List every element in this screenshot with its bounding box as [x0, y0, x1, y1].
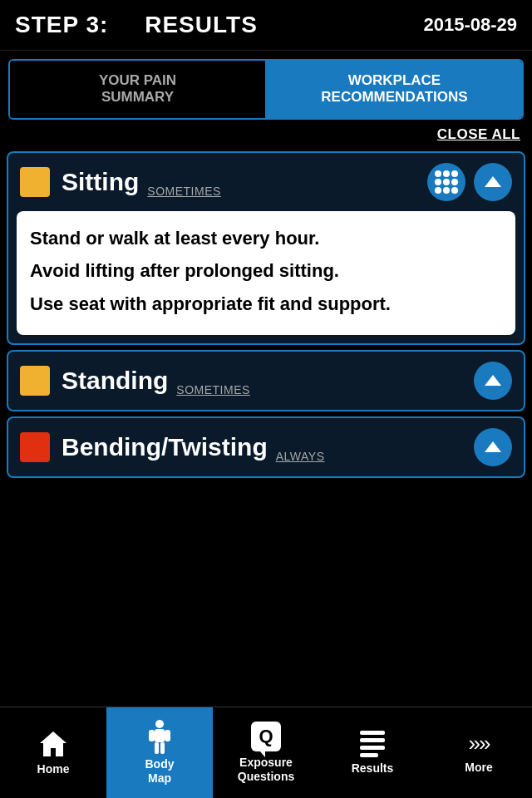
section-sitting: Sitting SOMETIMES Stand or walk at least… — [7, 151, 525, 345]
close-all-button[interactable]: CLOSE ALL — [437, 126, 520, 142]
chevron-up-icon — [485, 441, 501, 452]
bending-title: Bending/Twisting — [62, 433, 268, 461]
nav-home-label: Home — [37, 762, 70, 776]
sitting-rec-1: Stand or walk at least every hour. — [30, 226, 502, 251]
results-label: RESULTS — [145, 12, 258, 37]
nav-exposure-questions[interactable]: Q ExposureQuestions — [213, 707, 319, 798]
sitting-dot-grid-button[interactable] — [427, 163, 466, 201]
sitting-collapse-button[interactable] — [474, 163, 512, 201]
sitting-frequency: SOMETIMES — [147, 185, 221, 198]
svg-rect-3 — [149, 730, 155, 741]
dot-grid-icon — [435, 170, 458, 194]
header-title: STEP 3: RESULTS — [15, 12, 258, 38]
svg-rect-2 — [155, 729, 165, 742]
standing-frequency: SOMETIMES — [176, 383, 250, 397]
sitting-title: Sitting — [62, 168, 139, 196]
standing-color-box — [20, 366, 50, 396]
sitting-rec-2: Avoid lifting after prolonged sitting. — [30, 259, 502, 283]
tab-selector: YOUR PAINSUMMARY WORKPLACERECOMMENDATION… — [8, 59, 524, 120]
bending-collapse-button[interactable] — [474, 428, 512, 466]
chevron-up-icon — [485, 176, 501, 187]
results-icon — [360, 731, 385, 757]
standing-collapse-button[interactable] — [474, 362, 512, 400]
svg-rect-4 — [165, 730, 170, 741]
tab-workplace-recommendations[interactable]: WORKPLACERECOMMENDATIONS — [267, 61, 522, 118]
svg-rect-6 — [160, 742, 165, 754]
tab-pain-summary[interactable]: YOUR PAINSUMMARY — [10, 61, 267, 118]
section-standing-header[interactable]: Standing SOMETIMES — [8, 352, 524, 410]
nav-results[interactable]: Results — [319, 707, 426, 798]
svg-marker-0 — [40, 732, 66, 756]
section-bending-twisting: Bending/Twisting ALWAYS — [7, 416, 525, 478]
standing-title: Standing — [62, 367, 168, 395]
nav-body-map[interactable]: BodyMap — [106, 707, 213, 798]
body-map-icon — [147, 720, 172, 753]
nav-more-label: More — [465, 761, 492, 775]
home-icon — [39, 730, 67, 758]
exposure-questions-icon: Q — [251, 722, 281, 751]
section-sitting-header[interactable]: Sitting SOMETIMES — [8, 153, 524, 211]
bending-icons — [474, 428, 512, 466]
section-standing: Standing SOMETIMES — [7, 350, 525, 411]
chevron-up-icon — [485, 375, 501, 386]
nav-body-map-label: BodyMap — [145, 757, 175, 786]
header-date: 2015-08-29 — [423, 14, 517, 36]
bottom-nav: Home BodyMap Q ExposureQuestions — [0, 707, 532, 798]
svg-point-1 — [155, 720, 164, 728]
sitting-rec-3: Use seat with appropriate fit and suppor… — [30, 292, 502, 317]
nav-exposure-label: ExposureQuestions — [238, 756, 294, 784]
standing-icons — [474, 362, 512, 400]
sitting-color-box — [20, 167, 50, 197]
header: STEP 3: RESULTS 2015-08-29 — [0, 0, 532, 51]
more-arrows-icon: »» — [469, 731, 490, 756]
exposure-q-letter: Q — [259, 727, 273, 746]
sitting-content: Stand or walk at least every hour. Avoid… — [17, 211, 515, 335]
sitting-icons — [427, 163, 512, 201]
bending-color-box — [20, 432, 50, 462]
step-label: STEP 3: — [15, 12, 108, 37]
nav-results-label: Results — [352, 761, 394, 776]
svg-rect-5 — [155, 742, 159, 754]
close-all-row: CLOSE ALL — [0, 120, 532, 146]
nav-more[interactable]: »» More — [426, 707, 532, 798]
nav-home[interactable]: Home — [0, 707, 106, 798]
bending-frequency: ALWAYS — [276, 450, 325, 463]
section-bending-header[interactable]: Bending/Twisting ALWAYS — [8, 418, 524, 476]
